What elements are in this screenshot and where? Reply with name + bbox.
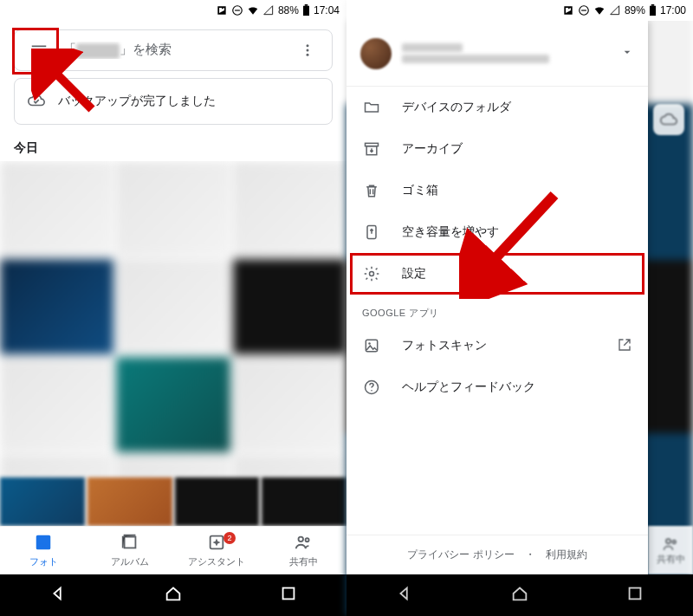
photo-grid[interactable] xyxy=(0,161,346,526)
account-header[interactable] xyxy=(346,21,648,87)
privacy-link[interactable]: プライバシー ポリシー xyxy=(407,548,514,562)
status-bar: 88% 17:04 xyxy=(0,0,346,21)
clock-text: 17:04 xyxy=(314,4,340,16)
avatar xyxy=(360,38,392,69)
photoscan-icon xyxy=(362,337,381,354)
drawer-archive[interactable]: アーカイブ xyxy=(346,128,648,170)
home-button[interactable] xyxy=(510,584,529,606)
tab-photos[interactable]: フォト xyxy=(0,527,87,574)
back-button[interactable] xyxy=(395,584,414,606)
svg-rect-3 xyxy=(305,4,308,6)
status-bar: 89% 17:00 xyxy=(346,0,693,21)
wifi-icon xyxy=(593,4,606,16)
nav-drawer: デバイスのフォルダ アーカイブ ゴミ箱 空き容量を増やす 設定 GOOGLE ア… xyxy=(346,21,648,574)
phone-right: 89% 17:00 デバイスのフォルダ アーカイブ xyxy=(346,0,693,616)
more-button[interactable] xyxy=(290,33,325,68)
backup-status-card[interactable]: バックアップが完了しました xyxy=(14,78,333,125)
free-space-icon xyxy=(362,224,381,241)
nfc-icon xyxy=(562,4,574,16)
svg-point-26 xyxy=(672,540,676,543)
android-nav-bar xyxy=(0,574,346,616)
albums-icon xyxy=(120,533,139,554)
chevron-down-icon[interactable] xyxy=(620,45,634,62)
battery-icon xyxy=(302,4,310,16)
drawer-device-folders[interactable]: デバイスのフォルダ xyxy=(346,87,648,128)
svg-point-25 xyxy=(666,539,670,543)
cloud-done-icon xyxy=(27,91,46,113)
dnd-icon xyxy=(231,4,243,16)
bg-cloud-icon xyxy=(653,104,684,135)
tab-assistant[interactable]: アシスタント 2 xyxy=(173,527,260,574)
svg-point-22 xyxy=(368,342,371,345)
svg-point-10 xyxy=(299,537,304,542)
drawer-free-space[interactable]: 空き容量を増やす xyxy=(346,211,648,253)
phone-left: 88% 17:04 「」を検索 バックアップが完了しました 今日 xyxy=(0,0,346,616)
svg-point-6 xyxy=(307,54,309,56)
drawer-photoscan[interactable]: フォトスキャン xyxy=(346,325,648,366)
dnd-icon xyxy=(578,4,590,16)
home-button[interactable] xyxy=(164,584,183,606)
drawer-trash[interactable]: ゴミ箱 xyxy=(346,170,648,211)
help-icon xyxy=(362,379,381,396)
photos-icon xyxy=(34,533,53,554)
battery-percent: 89% xyxy=(625,4,645,16)
svg-rect-8 xyxy=(125,537,136,548)
archive-icon xyxy=(362,140,381,158)
svg-point-24 xyxy=(371,390,372,392)
svg-point-4 xyxy=(307,44,309,47)
svg-point-11 xyxy=(306,538,309,541)
hamburger-icon xyxy=(29,41,49,60)
section-today: 今日 xyxy=(0,132,346,161)
search-bar[interactable]: 「」を検索 xyxy=(14,29,333,71)
drawer-subhead-google: GOOGLE アプリ xyxy=(346,295,648,325)
trash-icon xyxy=(362,182,381,199)
svg-rect-27 xyxy=(630,588,641,600)
sharing-icon xyxy=(294,533,313,554)
clock-text: 17:00 xyxy=(660,4,686,16)
recents-button[interactable] xyxy=(279,584,298,606)
redacted-text xyxy=(76,43,120,59)
battery-icon xyxy=(649,4,657,16)
signal-icon xyxy=(262,4,275,16)
more-vert-icon xyxy=(300,42,315,58)
svg-rect-16 xyxy=(651,4,655,6)
folder-icon xyxy=(362,99,381,116)
svg-rect-12 xyxy=(283,588,295,600)
svg-rect-7 xyxy=(36,535,51,550)
wifi-icon xyxy=(247,4,259,16)
nfc-icon xyxy=(216,4,228,16)
svg-rect-1 xyxy=(235,10,240,10)
gear-icon xyxy=(362,265,381,282)
hamburger-menu-button[interactable] xyxy=(22,33,56,68)
tab-albums[interactable]: アルバム xyxy=(87,527,173,574)
drawer-settings[interactable]: 設定 xyxy=(346,253,648,295)
bottom-nav: フォト アルバム アシスタント 2 共有中 xyxy=(0,526,346,574)
signal-icon xyxy=(609,4,621,16)
svg-rect-14 xyxy=(581,10,586,10)
account-info-redacted xyxy=(402,41,610,66)
android-nav-bar xyxy=(346,574,693,616)
search-placeholder: 「」を検索 xyxy=(63,42,283,58)
assistant-badge: 2 xyxy=(223,532,236,544)
svg-point-5 xyxy=(307,49,309,52)
terms-link[interactable]: 利用規約 xyxy=(546,548,587,562)
bg-share-tab: 共有中 xyxy=(648,526,693,574)
svg-rect-2 xyxy=(303,6,309,16)
tab-sharing[interactable]: 共有中 xyxy=(260,527,346,574)
drawer-footer: プライバシー ポリシー ・ 利用規約 xyxy=(346,535,648,574)
drawer-help[interactable]: ヘルプとフィードバック xyxy=(346,366,648,408)
backup-status-text: バックアップが完了しました xyxy=(58,94,216,109)
svg-rect-15 xyxy=(650,6,656,16)
battery-percent: 88% xyxy=(278,4,299,16)
svg-point-20 xyxy=(370,272,374,276)
open-external-icon xyxy=(617,337,632,355)
recents-button[interactable] xyxy=(625,584,644,606)
back-button[interactable] xyxy=(49,584,68,606)
